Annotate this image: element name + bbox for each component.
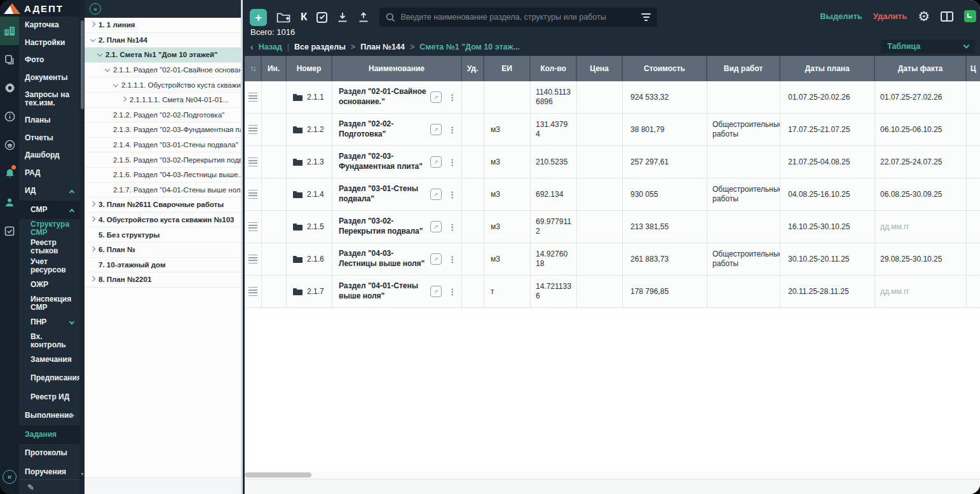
- chevron-right-icon[interactable]: [90, 277, 99, 282]
- edit-button[interactable]: ✎: [19, 479, 79, 494]
- tree-item[interactable]: 2.1.1.1.1. Смета №04-01-01...: [85, 93, 241, 108]
- select-button[interactable]: Выделить: [820, 11, 862, 21]
- chevron-down-icon[interactable]: [90, 37, 99, 43]
- sidebar-item-reestr-stykov[interactable]: Реестр стыков: [19, 238, 79, 257]
- tree-item[interactable]: 2.1.1.1. Обустройство куста скважин...: [85, 77, 241, 93]
- table-row[interactable]: 2.1.6 Раздел "04-03-Лестницы выше ноля"↗…: [245, 243, 980, 276]
- collapse-tree-icon[interactable]: «: [90, 3, 101, 15]
- drag-handle-icon[interactable]: [248, 125, 257, 135]
- open-icon[interactable]: ↗: [430, 124, 442, 135]
- sidebar-section-id[interactable]: ИД: [19, 182, 79, 201]
- open-icon[interactable]: ↗: [430, 253, 442, 265]
- sidebar-item-uchet-resursov[interactable]: Учет ресурсов: [19, 257, 79, 276]
- sidebar-item-dokumenty[interactable]: Документы: [19, 69, 79, 87]
- kebab-menu-icon[interactable]: ⋮: [448, 125, 456, 135]
- cell-fact-dates-placeholder[interactable]: дд.мм.гг: [875, 211, 967, 243]
- sidebar-item-zamechaniya[interactable]: Замечания: [19, 350, 79, 370]
- tree-item[interactable]: 1. 1 линия: [85, 18, 241, 33]
- chevron-right-icon[interactable]: [90, 22, 99, 27]
- sidebar-item-struktura-smr[interactable]: Структура СМР: [19, 219, 79, 238]
- tree-item[interactable]: 2.1.4. Раздел "03-01-Стены подвала": [85, 138, 241, 153]
- column-header-fact[interactable]: Даты факта: [875, 56, 967, 81]
- column-header-ei[interactable]: ЕИ: [484, 56, 531, 81]
- kebab-menu-icon[interactable]: ⋮: [448, 222, 456, 232]
- chevron-down-icon[interactable]: [97, 52, 105, 57]
- export-excel-icon[interactable]: [964, 10, 976, 22]
- cell-fact-dates[interactable]: 01.07.25-27.02.26: [875, 81, 967, 113]
- education-icon[interactable]: [0, 131, 19, 159]
- open-icon[interactable]: ↗: [430, 189, 442, 200]
- checkbox-icon[interactable]: [316, 12, 327, 23]
- tree-item[interactable]: 2.1.6. Раздел "04-03-Лестницы выше...: [85, 168, 241, 183]
- column-header-num[interactable]: Номер: [287, 56, 332, 81]
- tree-item[interactable]: 2.1.1. Раздел "02-01-Свайное основание.": [85, 63, 241, 78]
- scroll-down-icon[interactable]: ▼: [80, 472, 85, 476]
- columns-icon[interactable]: [941, 11, 953, 22]
- scrollbar-thumb[interactable]: [81, 20, 84, 109]
- column-header-in[interactable]: Ин.: [262, 56, 287, 81]
- cell-plan-dates[interactable]: 04.08.25-16.10.25: [780, 178, 875, 210]
- table-row[interactable]: 2.1.7 Раздел "04-01-Стены выше ноля"↗⋮ т…: [245, 276, 980, 308]
- tree-item[interactable]: 6. План №: [85, 243, 241, 258]
- cell-plan-dates[interactable]: 20.11.25-28.11.25: [780, 276, 875, 307]
- chevron-right-icon[interactable]: [121, 97, 130, 102]
- sidebar-item-plany[interactable]: Планы: [19, 112, 79, 130]
- sidebar-item-protokoly[interactable]: Протоколы: [19, 444, 79, 463]
- k-button[interactable]: К: [301, 11, 307, 23]
- sidebar-item-otchety[interactable]: Отчеты: [19, 130, 79, 147]
- cell-plan-dates[interactable]: 30.10.25-20.11.25: [780, 243, 875, 275]
- open-icon[interactable]: ↗: [430, 91, 442, 103]
- sidebar-item-zaprosy-teh-izm[interactable]: Запросы на тех.изм.: [19, 86, 79, 112]
- back-link[interactable]: Назад: [259, 43, 282, 51]
- kebab-menu-icon[interactable]: ⋮: [448, 93, 456, 102]
- search-input[interactable]: [400, 13, 641, 22]
- chevron-right-icon[interactable]: [90, 247, 99, 252]
- sidebar-item-inspekciya-smr[interactable]: Инспекция СМР: [19, 294, 79, 313]
- open-icon[interactable]: ↗: [430, 156, 442, 168]
- folder-add-icon[interactable]: [276, 11, 290, 23]
- column-header-name[interactable]: Наименование: [332, 56, 462, 81]
- kebab-menu-icon[interactable]: ⋮: [448, 287, 456, 297]
- chevron-down-icon[interactable]: [104, 67, 113, 72]
- kebab-menu-icon[interactable]: ⋮: [448, 190, 456, 199]
- delete-button[interactable]: Удалить: [873, 11, 907, 21]
- view-mode-select[interactable]: Таблица: [881, 39, 975, 53]
- sidebar-item-vh-kontrol[interactable]: Вх. контроль: [19, 331, 79, 350]
- info-icon[interactable]: [0, 102, 19, 131]
- sidebar-item-dashbord[interactable]: Дашборд: [19, 147, 79, 164]
- cell-plan-dates[interactable]: 16.10.25-30.10.25: [780, 211, 875, 243]
- column-header-qty[interactable]: Кол-во: [531, 56, 577, 81]
- tree-item[interactable]: 7. 10-этажный дом: [85, 258, 241, 273]
- breadcrumb-root[interactable]: Все разделы: [294, 43, 346, 51]
- sidebar-item-nastroyki[interactable]: Настройки: [19, 34, 79, 52]
- tree-item[interactable]: 2. План №144: [85, 33, 241, 48]
- user-icon[interactable]: [0, 188, 19, 217]
- drag-handle-icon[interactable]: [248, 190, 257, 199]
- tree-item[interactable]: 8. План №2201: [85, 272, 241, 288]
- kebab-menu-icon[interactable]: ⋮: [448, 157, 456, 167]
- table-row[interactable]: 2.1.4 Раздел "03-01-Стены подвала"↗⋮ м3 …: [245, 178, 980, 211]
- column-header-cut[interactable]: Ц: [967, 56, 980, 81]
- drag-handle-icon[interactable]: [248, 287, 257, 297]
- tree-item[interactable]: 2.1.2. Раздел "02-02-Подготовка": [85, 108, 241, 123]
- sidebar-scrollbar[interactable]: ▼: [79, 0, 85, 494]
- filter-icon[interactable]: [641, 13, 651, 21]
- kebab-menu-icon[interactable]: ⋮: [448, 255, 456, 264]
- bell-icon[interactable]: [0, 159, 19, 188]
- breadcrumb-current[interactable]: Смета №1 "Дом 10 этаж...: [419, 43, 520, 51]
- sidebar-item-ozhr[interactable]: ОЖР: [19, 276, 79, 295]
- upload-icon[interactable]: [358, 11, 369, 23]
- breadcrumb-plan[interactable]: План №144: [360, 43, 405, 51]
- sidebar-item-zadaniya[interactable]: Задания: [19, 425, 79, 444]
- chevron-right-icon[interactable]: [90, 217, 99, 222]
- table-row[interactable]: 2.1.2 Раздел "02-02-Подготовка"↗⋮ м3 131…: [245, 114, 980, 146]
- sidebar-item-rad[interactable]: РАД: [19, 164, 79, 182]
- download-icon[interactable]: [337, 11, 348, 23]
- sidebar-item-foto[interactable]: Фото: [19, 51, 79, 69]
- documents-icon[interactable]: [0, 45, 19, 74]
- drag-handle-icon[interactable]: [248, 222, 257, 232]
- column-header-work[interactable]: Вид работ: [707, 56, 780, 81]
- cell-fact-dates[interactable]: 29.08.25-30.10.25: [875, 243, 967, 275]
- tree-item[interactable]: 2.1.5. Раздел "03-02-Перекрытия подвала": [85, 152, 241, 168]
- cell-fact-dates[interactable]: 06.10.25-06.10.25: [875, 114, 967, 145]
